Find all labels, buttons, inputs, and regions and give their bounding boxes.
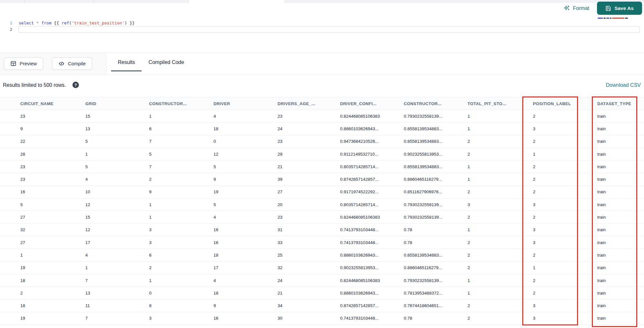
table-cell: 2 [468, 303, 533, 308]
table-cell: 9 [149, 189, 213, 194]
table-cell: 0.8511627906976... [404, 189, 468, 194]
table-cell: 5 [149, 152, 213, 157]
table-row: 22570230.9473684210526...0.8558139534883… [0, 135, 644, 148]
table-cell: 3 [533, 240, 597, 245]
tab-results[interactable]: Results [111, 53, 142, 71]
table-cell: 1 [85, 265, 149, 270]
table-cell: 2 [468, 253, 533, 258]
line-number-2: 2 [0, 26, 12, 33]
table-cell: 6 [149, 253, 213, 258]
table-row: 191217320.9023255813953...0.886046511627… [0, 262, 644, 274]
table-cell: train [597, 278, 644, 283]
table-cell: 29 [278, 152, 340, 157]
code-editor[interactable]: 1 2 select * from {{ ref('train_test_pos… [0, 18, 644, 53]
file-tab-strip[interactable] [0, 0, 644, 3]
results-table-body: 231514230.8244680851063830.7930232558139… [0, 110, 644, 325]
compile-button[interactable]: Compile [52, 57, 92, 70]
table-cell: train [597, 227, 644, 232]
minimap-mark [610, 18, 611, 19]
question-mark-circle-icon[interactable]: ? [72, 82, 79, 88]
format-button[interactable]: Format [563, 5, 589, 12]
results-panel-header: Preview Compile Results Compiled Code [0, 53, 644, 75]
table-cell: 2 [533, 139, 597, 144]
table-cell: 1 [149, 114, 213, 119]
results-table[interactable]: CIRCUIT_NAMEGRIDCONSTRUCTOR...DRIVERDRIV… [0, 97, 644, 325]
table-cell: 7 [85, 316, 149, 321]
table-cell: 0.7413793103448... [340, 240, 404, 245]
table-cell: train [597, 215, 644, 220]
table-cell: 2 [468, 240, 533, 245]
table-cell: 0.824468085106383 [340, 215, 404, 220]
table-cell: 0.824468085106383 [340, 114, 404, 119]
table-cell: 1 [533, 265, 597, 270]
table-cell: 4 [85, 253, 149, 258]
column-header: DRIVERS_AGE_... [278, 101, 340, 106]
table-row: 14618250.8860103626943...0.8558139534883… [0, 249, 644, 261]
table-cell: 2 [533, 253, 597, 258]
table-cell: 16 [213, 240, 278, 245]
code-line-1[interactable]: select * from {{ ref('train_test_positio… [19, 20, 135, 26]
table-cell: 28 [20, 152, 85, 157]
table-cell: 1 [149, 278, 213, 283]
table-cell: 39 [278, 177, 340, 182]
table-cell: 16 [213, 316, 278, 321]
table-cell: 2 [468, 265, 533, 270]
table-cell: 0.7813953488372... [404, 291, 468, 296]
table-cell: 32 [20, 227, 85, 232]
table-cell: 7 [149, 139, 213, 144]
table-cell: 13 [85, 126, 149, 131]
table-cell: 27 [20, 215, 85, 220]
compile-button-label: Compile [68, 61, 86, 66]
column-header: TOTAL_PIT_STO... [468, 101, 533, 106]
download-csv-link[interactable]: Download CSV [606, 82, 641, 88]
table-cell: 2 [149, 177, 213, 182]
table-cell: 0.8558139534883... [404, 126, 468, 131]
table-cell: 6 [149, 126, 213, 131]
tab-results-label: Results [118, 59, 135, 65]
table-cell: train [597, 316, 644, 321]
table-cell: 5 [20, 202, 85, 207]
table-cell: 24 [278, 126, 340, 131]
table-cell: 1 [468, 278, 533, 283]
save-as-button[interactable]: Save As [597, 2, 642, 15]
table-cell: 0.8860103626943... [340, 253, 404, 258]
table-cell: 31 [278, 227, 340, 232]
table-cell: 0.9023255813953... [404, 152, 468, 157]
table-cell: 1 [468, 177, 533, 182]
table-cell: 12 [213, 152, 278, 157]
table-cell: 3 [533, 303, 597, 308]
table-cell: 1 [468, 164, 533, 169]
table-cell: 0.8742857142857... [340, 303, 404, 308]
floppy-disk-icon [605, 5, 611, 11]
active-file-tab[interactable] [188, 0, 285, 3]
table-cell: 23 [20, 177, 85, 182]
table-cell: 0.7930232558139... [404, 278, 468, 283]
sparkle-icon [563, 5, 570, 12]
table-cell: train [597, 202, 644, 207]
table-cell: 2 [533, 278, 597, 283]
table-cell: 7 [149, 164, 213, 169]
table-row: 2717316330.7413793103448...0.7823train [0, 236, 644, 249]
table-cell: 0.7674418604651... [404, 303, 468, 308]
table-cell: 0.9023255813953... [340, 265, 404, 270]
table-cell: 4 [213, 114, 278, 119]
tab-compiled-code[interactable]: Compiled Code [142, 53, 191, 71]
table-cell: 22 [20, 139, 85, 144]
table-cell: 15 [85, 215, 149, 220]
table-cell: 13 [85, 291, 149, 296]
table-cell: 27 [20, 240, 85, 245]
table-cell: 2 [468, 139, 533, 144]
table-cell: 0.7930232558139... [404, 114, 468, 119]
table-row: 197316300.7413793103448...0.7823train [0, 312, 644, 325]
table-cell: train [597, 139, 644, 144]
preview-button[interactable]: Preview [4, 57, 43, 70]
table-cell: 18 [20, 278, 85, 283]
table-cell: 21 [278, 291, 340, 296]
table-cell: 18 [20, 303, 85, 308]
table-cell: 16 [213, 227, 278, 232]
editor-minimap[interactable] [598, 17, 642, 19]
table-cell: train [597, 177, 644, 182]
table-cell: 2 [468, 152, 533, 157]
column-header: DATASET_TYPE [597, 101, 644, 106]
table-cell: 21 [278, 164, 340, 169]
